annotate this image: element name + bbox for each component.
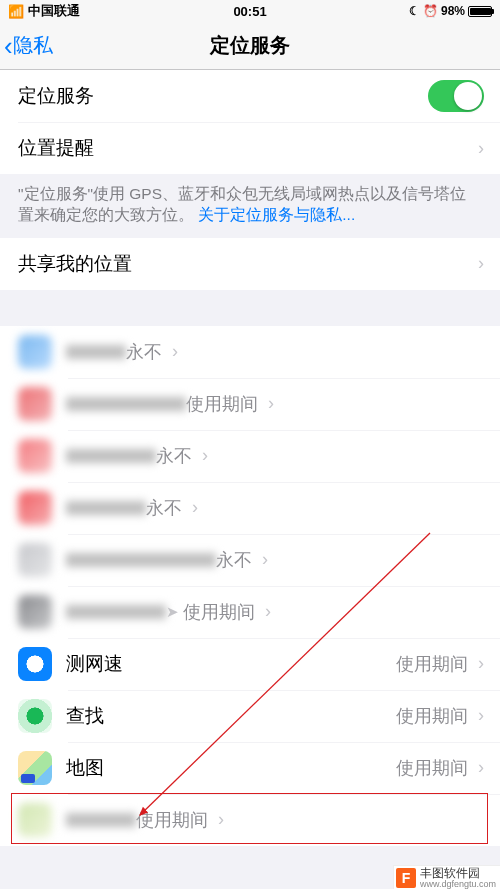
app-permission-value: 使用期间 [396,756,468,780]
app-name-label: 查找 [66,703,396,729]
app-icon [18,387,52,421]
app-permission-value: 永不 [146,496,182,520]
app-name-label: 测网速 [66,651,396,677]
findmy-icon [18,699,52,733]
speedtest-icon [18,647,52,681]
watermark: F 丰图软件园 www.dgfengtu.com [393,865,500,889]
chevron-right-icon: › [478,138,484,159]
app-row[interactable]: 永不 › [0,430,500,482]
app-name-label [66,813,136,827]
chevron-right-icon: › [478,253,484,274]
clock-label: 00:51 [233,4,266,19]
signal-icon: 📶 [8,4,24,19]
location-services-switch[interactable] [428,80,484,112]
app-row[interactable]: ➤ 使用期间 › [0,586,500,638]
app-name-label [66,345,126,359]
location-services-toggle-row[interactable]: 定位服务 [0,70,500,122]
moon-icon: ☾ [409,4,420,18]
app-name-label: 地图 [66,755,396,781]
share-my-location-row[interactable]: 共享我的位置 › [0,238,500,290]
status-bar: 📶 中国联通 00:51 ☾ ⏰ 98% [0,0,500,22]
app-icon [18,335,52,369]
location-alerts-row[interactable]: 位置提醒 › [0,122,500,174]
app-row[interactable]: 永不 › [0,326,500,378]
alarm-icon: ⏰ [423,4,438,18]
chevron-right-icon: › [478,705,484,726]
app-row[interactable]: 使用期间 › [0,378,500,430]
chevron-left-icon: ‹ [4,33,13,59]
app-permission-value: 永不 [216,548,252,572]
chevron-right-icon: › [478,757,484,778]
chevron-right-icon: › [172,341,178,362]
app-icon [18,491,52,525]
info-text: "定位服务"使用 GPS、蓝牙和众包无线局域网热点以及信号塔位置来确定您的大致方… [0,174,500,238]
nav-bar: ‹ 隐私 定位服务 [0,22,500,70]
chevron-right-icon: › [192,497,198,518]
app-permission-value: 使用期间 [396,704,468,728]
app-permission-value: 使用期间 [396,652,468,676]
app-name-label [66,449,156,463]
back-button[interactable]: ‹ 隐私 [4,32,53,59]
location-alerts-label: 位置提醒 [18,135,478,161]
chevron-right-icon: › [262,549,268,570]
app-row-maps[interactable]: 地图 使用期间 › [0,742,500,794]
chevron-right-icon: › [265,601,271,622]
app-permission-value: 永不 [156,444,192,468]
watermark-name: 丰图软件园 [420,867,496,880]
location-services-label: 定位服务 [18,83,428,109]
chevron-right-icon: › [202,445,208,466]
page-title: 定位服务 [210,32,290,59]
back-label: 隐私 [13,32,53,59]
watermark-logo: F [396,868,416,888]
app-row[interactable]: 使用期间 › [0,794,500,846]
battery-label: 98% [441,4,465,18]
location-arrow-icon: ➤ [166,603,179,621]
app-permission-value: 永不 [126,340,162,364]
app-row-findmy[interactable]: 查找 使用期间 › [0,690,500,742]
app-row[interactable]: 永不 › [0,534,500,586]
chevron-right-icon: › [478,653,484,674]
chevron-right-icon: › [268,393,274,414]
privacy-link[interactable]: 关于定位服务与隐私... [198,206,355,223]
app-permission-value: 使用期间 [186,392,258,416]
app-icon [18,803,52,837]
app-icon [18,543,52,577]
app-permission-value: 使用期间 [183,600,255,624]
watermark-url: www.dgfengtu.com [420,880,496,889]
maps-icon [18,751,52,785]
app-permission-value: 使用期间 [136,808,208,832]
app-row-speedtest[interactable]: 测网速 使用期间 › [0,638,500,690]
app-name-label [66,397,186,411]
chevron-right-icon: › [218,809,224,830]
app-name-label [66,553,216,567]
app-name-label [66,501,146,515]
carrier-label: 中国联通 [28,2,80,20]
share-my-location-label: 共享我的位置 [18,251,478,277]
app-icon [18,439,52,473]
app-name-label [66,605,166,619]
app-row[interactable]: 永不 › [0,482,500,534]
battery-icon [468,6,492,17]
app-icon [18,595,52,629]
